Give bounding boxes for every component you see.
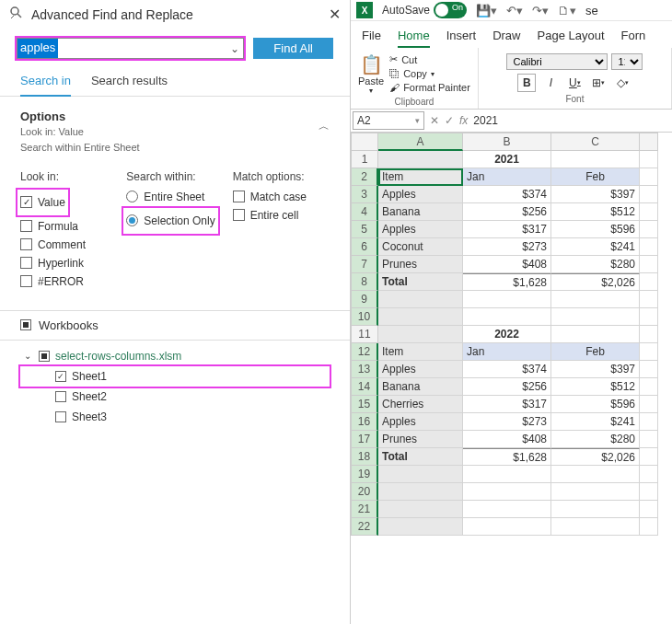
excel-icon: X [356, 2, 373, 18]
ribbon: 📋 Paste ▾ ✂Cut ⿻Copy▾ 🖌Format Painter Cl… [351, 48, 672, 110]
undo-icon[interactable]: ↶▾ [506, 4, 523, 17]
look-in-label: Look in: [20, 170, 117, 183]
paste-icon: 📋 [360, 53, 383, 75]
chk-match-case[interactable]: Match case [233, 191, 330, 203]
chk-entire-cell[interactable]: Entire cell [233, 209, 330, 222]
name-box[interactable]: A2▾ [353, 111, 424, 130]
new-icon[interactable]: 🗋▾ [558, 4, 576, 17]
tab-insert[interactable]: Insert [446, 25, 477, 48]
brush-icon: 🖌 [389, 82, 400, 93]
tab-search-in[interactable]: Search in [20, 68, 71, 97]
cancel-icon[interactable]: ✕ [430, 114, 439, 127]
ribbon-tabs: File Home Insert Draw Page Layout Forn [351, 21, 672, 48]
sheet3-checkbox[interactable] [55, 411, 66, 422]
col-header-c[interactable]: C [551, 133, 640, 151]
tab-file[interactable]: File [362, 25, 381, 48]
options-body: Look in: Value Formula Comment Hyperlink… [0, 161, 350, 310]
italic-button[interactable]: I [541, 74, 560, 92]
col-header-a[interactable]: A [378, 133, 463, 151]
tab-search-results[interactable]: Search results [91, 68, 168, 96]
scissors-icon: ✂ [389, 53, 398, 65]
dialog-title: Advanced Find and Replace [31, 7, 329, 22]
formula-value[interactable]: 2021 [473, 114, 498, 127]
font-size-select[interactable]: 11 [611, 53, 643, 70]
autosave-toggle[interactable]: AutoSave On [382, 2, 467, 18]
chk-formula[interactable]: Formula [20, 220, 117, 233]
workbook-tree: ⌄ select-rows-columns.xlsm Sheet1 Sheet2… [0, 341, 350, 445]
tab-draw[interactable]: Draw [492, 25, 520, 48]
chk-value[interactable]: Value [20, 196, 65, 209]
paste-button[interactable]: 📋 Paste ▾ [358, 53, 384, 95]
tree-sheet3[interactable]: Sheet3 [20, 407, 330, 427]
rad-selection-only[interactable]: Selection Only [126, 214, 214, 227]
copy-icon: ⿻ [389, 68, 400, 79]
fill-color-button[interactable]: ◇▾ [613, 74, 631, 92]
match-column: Match options: Match case Entire cell [233, 170, 330, 294]
border-button[interactable]: ⊞▾ [589, 74, 608, 92]
tab-formulas[interactable]: Forn [621, 25, 646, 48]
font-label: Font [565, 94, 584, 104]
search-dropdown-icon[interactable]: ⌄ [226, 39, 243, 58]
chk-comment[interactable]: Comment [20, 238, 117, 251]
fx-icon[interactable]: fx [459, 114, 468, 127]
tree-sheet2[interactable]: Sheet2 [20, 387, 330, 407]
rad-entire-sheet[interactable]: Entire Sheet [126, 191, 223, 203]
copy-button[interactable]: ⿻Copy▾ [389, 68, 470, 79]
sheet2-checkbox[interactable] [55, 391, 66, 402]
bold-button[interactable]: B [517, 74, 536, 92]
look-in-column: Look in: Value Formula Comment Hyperlink… [20, 170, 117, 294]
search-fragment: se [585, 4, 598, 17]
underline-button[interactable]: U▾ [565, 74, 584, 92]
result-tabs: Search in Search results [0, 68, 350, 97]
col-header-d[interactable] [640, 133, 658, 151]
chevron-down-icon: ▾ [415, 116, 420, 125]
collapse-icon[interactable]: ︿ [319, 119, 330, 134]
workbooks-heading: Workbooks [39, 318, 98, 332]
redo-icon[interactable]: ↷▾ [532, 4, 549, 17]
cut-button[interactable]: ✂Cut [389, 53, 470, 65]
chk-error[interactable]: #ERROR [20, 275, 117, 288]
find-all-button[interactable]: Find All [253, 38, 333, 59]
font-name-select[interactable]: Calibri [506, 53, 608, 70]
dialog-header: Advanced Find and Replace ✕ [0, 0, 350, 29]
file-checkbox-icon [39, 351, 50, 362]
close-button[interactable]: ✕ [329, 6, 341, 23]
search-selected-text: apples [17, 39, 58, 58]
select-all-corner[interactable] [351, 133, 378, 151]
workbooks-header[interactable]: Workbooks [0, 310, 350, 341]
col-header-b[interactable]: B [463, 133, 551, 151]
clipboard-group: 📋 Paste ▾ ✂Cut ⿻Copy▾ 🖌Format Painter Cl… [351, 48, 479, 109]
search-row: apples ⌄ Find All [0, 29, 350, 68]
options-sub1: Look in: Value [20, 125, 330, 139]
quick-access-toolbar: X AutoSave On 💾▾ ↶▾ ↷▾ 🗋▾ se [351, 0, 672, 21]
tree-sheet1[interactable]: Sheet1 [20, 366, 330, 387]
options-sub2: Search within Entire Sheet [20, 141, 330, 155]
row-header[interactable]: 2 [351, 168, 378, 186]
chevron-down-icon: ▾ [369, 87, 373, 95]
sheet1-checkbox[interactable] [55, 371, 66, 382]
save-icon[interactable]: 💾▾ [476, 4, 497, 17]
row-header[interactable]: 1 [351, 151, 378, 168]
toggle-on-icon: On [434, 2, 467, 18]
tab-home[interactable]: Home [398, 25, 430, 48]
chk-hyperlink[interactable]: Hyperlink [20, 257, 117, 270]
find-icon [9, 6, 24, 23]
search-within-column: Search within: Entire Sheet Selection On… [126, 170, 223, 294]
enter-icon[interactable]: ✓ [445, 114, 454, 127]
spreadsheet-grid[interactable]: A B C 12021 2ItemJanFeb 3Apples$374$397 … [351, 133, 672, 536]
options-header[interactable]: Options Look in: Value Search within Ent… [0, 97, 350, 161]
tab-page-layout[interactable]: Page Layout [538, 25, 605, 48]
expand-icon[interactable]: ⌄ [24, 351, 33, 361]
search-input[interactable] [58, 39, 226, 58]
formula-bar-row: A2▾ ✕ ✓ fx 2021 [351, 110, 672, 133]
excel-pane: X AutoSave On 💾▾ ↶▾ ↷▾ 🗋▾ se File Home I… [351, 0, 672, 624]
cell-a2[interactable]: Item [378, 168, 463, 186]
find-replace-pane: Advanced Find and Replace ✕ apples ⌄ Fin… [0, 0, 351, 624]
search-input-wrapper[interactable]: apples ⌄ [17, 38, 244, 59]
tree-file[interactable]: ⌄ select-rows-columns.xlsm [20, 346, 330, 366]
svg-line-1 [17, 14, 21, 17]
year1-cell[interactable]: 2021 [463, 151, 551, 168]
clipboard-label: Clipboard [395, 97, 434, 107]
svg-point-0 [11, 7, 18, 15]
format-painter-button[interactable]: 🖌Format Painter [389, 82, 470, 93]
